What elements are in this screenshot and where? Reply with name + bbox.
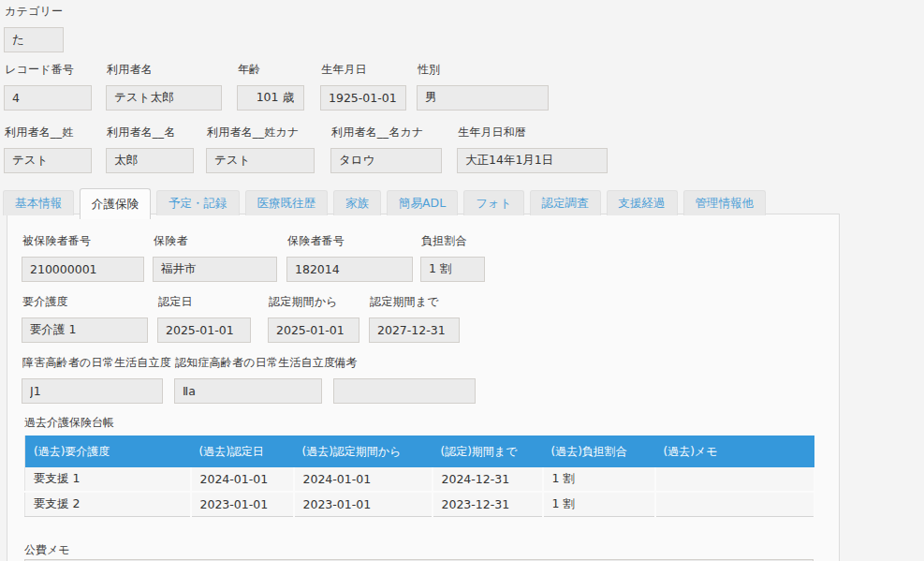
care-record-screen: カテゴリー レコード番号 利用者名 年齢 生年月日 性別 利用者名__姓 利用者… bbox=[0, 0, 924, 561]
remarks-label: 備考 bbox=[334, 355, 476, 371]
tab-support-progress[interactable]: 支援経過 bbox=[607, 190, 678, 215]
care-level-field: 要介護度 bbox=[22, 294, 148, 343]
age-input[interactable] bbox=[237, 85, 304, 111]
surname-label: 利用者名__姓 bbox=[5, 125, 92, 140]
record-number-input[interactable] bbox=[4, 85, 92, 111]
tab-care-insurance[interactable]: 介護保険 bbox=[80, 188, 151, 219]
cell-certification-date: 2024-01-01 bbox=[191, 467, 294, 492]
category-field: カテゴリー bbox=[4, 4, 64, 52]
surname-kana-label: 利用者名__姓カナ bbox=[207, 125, 315, 140]
col-past-care-level: (過去)要介護度 bbox=[25, 436, 191, 467]
surname-kana-field: 利用者名__姓カナ bbox=[206, 125, 315, 173]
tab-certification-survey[interactable]: 認定調査 bbox=[530, 190, 601, 215]
remarks-field: 備考 bbox=[333, 355, 476, 404]
certification-period-from-input[interactable] bbox=[268, 317, 359, 343]
care-insurance-panel: 被保険者番号 保険者 保険者番号 負担割合 要介護度 認定日 認定期間から bbox=[7, 214, 840, 561]
tab-family[interactable]: 家族 bbox=[333, 190, 381, 215]
surname-field: 利用者名__姓 bbox=[4, 125, 92, 173]
birthdate-wareki-input[interactable] bbox=[457, 148, 608, 173]
birthdate-label: 生年月日 bbox=[321, 62, 406, 78]
insured-number-input[interactable] bbox=[22, 257, 144, 282]
cell-burden-ratio: 1 割 bbox=[543, 492, 655, 517]
table-row[interactable]: 要支援 1 2024-01-01 2024-01-01 2024-12-31 1… bbox=[25, 467, 814, 492]
cell-burden-ratio: 1 割 bbox=[543, 467, 655, 492]
surname-kana-input[interactable] bbox=[206, 148, 315, 173]
cell-memo bbox=[655, 492, 814, 517]
cell-period-to: 2023-12-31 bbox=[433, 492, 543, 517]
col-past-memo: (過去)メモ bbox=[655, 436, 814, 467]
givenname-field: 利用者名__名 bbox=[106, 125, 194, 173]
cell-period-from: 2023-01-01 bbox=[294, 492, 433, 517]
tab-basic-info[interactable]: 基本情報 bbox=[3, 190, 74, 215]
insured-number-field: 被保険者番号 bbox=[22, 233, 144, 282]
past-insurance-table: (過去)要介護度 (過去)認定日 (過去)認定期間から (認定)期間まで (過去… bbox=[24, 436, 815, 517]
burden-ratio-label: 負担割合 bbox=[421, 233, 485, 249]
dementia-independence-label: 認知症高齢者の日常生活自立度 bbox=[175, 355, 322, 371]
category-input[interactable] bbox=[4, 27, 64, 52]
insurer-input[interactable] bbox=[153, 257, 277, 282]
tab-admin-info[interactable]: 管理情報他 bbox=[683, 190, 767, 215]
birthdate-wareki-field: 生年月日和暦 bbox=[457, 125, 608, 173]
dementia-independence-field: 認知症高齢者の日常生活自立度 bbox=[174, 355, 322, 404]
givenname-kana-field: 利用者名__名カナ bbox=[330, 125, 442, 173]
tab-photo[interactable]: フォト bbox=[463, 190, 523, 215]
birthdate-wareki-label: 生年月日和暦 bbox=[458, 125, 608, 140]
givenname-kana-input[interactable] bbox=[330, 148, 442, 173]
table-row[interactable]: 要支援 2 2023-01-01 2023-01-01 2023-12-31 1… bbox=[25, 492, 814, 517]
insurer-field: 保険者 bbox=[153, 233, 277, 282]
care-level-input[interactable] bbox=[22, 317, 148, 343]
insurer-number-input[interactable] bbox=[286, 257, 413, 282]
givenname-kana-label: 利用者名__名カナ bbox=[331, 125, 442, 140]
givenname-input[interactable] bbox=[106, 148, 194, 173]
public-expense-memo-label: 公費メモ bbox=[24, 542, 70, 558]
cell-period-from: 2024-01-01 bbox=[294, 467, 433, 492]
certification-period-to-field: 認定期間まで bbox=[369, 294, 460, 343]
gender-input[interactable] bbox=[417, 85, 549, 111]
insurer-number-label: 保険者番号 bbox=[287, 233, 413, 249]
user-name-label: 利用者名 bbox=[107, 62, 222, 78]
cell-period-to: 2024-12-31 bbox=[433, 467, 543, 492]
age-field: 年齢 bbox=[237, 62, 304, 111]
birthdate-input[interactable] bbox=[320, 85, 406, 111]
tab-simple-adl[interactable]: 簡易ADL bbox=[387, 190, 458, 215]
surname-input[interactable] bbox=[4, 148, 92, 173]
user-name-field: 利用者名 bbox=[106, 62, 222, 111]
certification-date-label: 認定日 bbox=[158, 294, 251, 310]
dementia-independence-input[interactable] bbox=[174, 378, 322, 404]
burden-ratio-input[interactable] bbox=[420, 257, 485, 282]
cell-memo bbox=[655, 467, 814, 492]
record-number-label: レコード番号 bbox=[5, 62, 92, 78]
certification-period-to-input[interactable] bbox=[369, 317, 460, 343]
table-header-row: (過去)要介護度 (過去)認定日 (過去)認定期間から (認定)期間まで (過去… bbox=[25, 436, 814, 467]
disability-independence-field: 障害高齢者の日常生活自立度 bbox=[22, 355, 163, 404]
gender-field: 性別 bbox=[417, 62, 549, 111]
user-name-input[interactable] bbox=[106, 85, 222, 111]
tab-bar: 基本情報 介護保険 予定・記録 医療既往歴 家族 簡易ADL フォト 認定調査 … bbox=[3, 188, 766, 215]
age-label: 年齢 bbox=[238, 62, 304, 78]
cell-care-level: 要支援 2 bbox=[25, 492, 191, 517]
gender-label: 性別 bbox=[418, 62, 549, 78]
tab-schedule-records[interactable]: 予定・記録 bbox=[156, 190, 240, 215]
certification-date-field: 認定日 bbox=[157, 294, 251, 343]
record-number-field: レコード番号 bbox=[4, 62, 92, 111]
burden-ratio-field: 負担割合 bbox=[420, 233, 485, 282]
disability-independence-input[interactable] bbox=[22, 378, 163, 404]
givenname-label: 利用者名__名 bbox=[107, 125, 194, 140]
tab-medical-history[interactable]: 医療既往歴 bbox=[245, 190, 329, 215]
col-past-period-from: (過去)認定期間から bbox=[294, 436, 433, 467]
col-past-burden-ratio: (過去)負担割合 bbox=[543, 436, 655, 467]
history-section-title: 過去介護保険台帳 bbox=[24, 415, 114, 431]
insured-number-label: 被保険者番号 bbox=[22, 233, 144, 249]
remarks-input[interactable] bbox=[333, 378, 476, 404]
insurer-label: 保険者 bbox=[154, 233, 277, 249]
care-level-label: 要介護度 bbox=[22, 294, 148, 310]
col-past-certification-date: (過去)認定日 bbox=[191, 436, 294, 467]
certification-period-from-label: 認定期間から bbox=[269, 294, 359, 310]
disability-independence-label: 障害高齢者の日常生活自立度 bbox=[22, 355, 163, 371]
certification-period-to-label: 認定期間まで bbox=[370, 294, 460, 310]
certification-date-input[interactable] bbox=[157, 317, 251, 343]
category-label: カテゴリー bbox=[5, 4, 64, 20]
insurer-number-field: 保険者番号 bbox=[286, 233, 413, 282]
cell-certification-date: 2023-01-01 bbox=[191, 492, 294, 517]
birthdate-field: 生年月日 bbox=[320, 62, 406, 111]
